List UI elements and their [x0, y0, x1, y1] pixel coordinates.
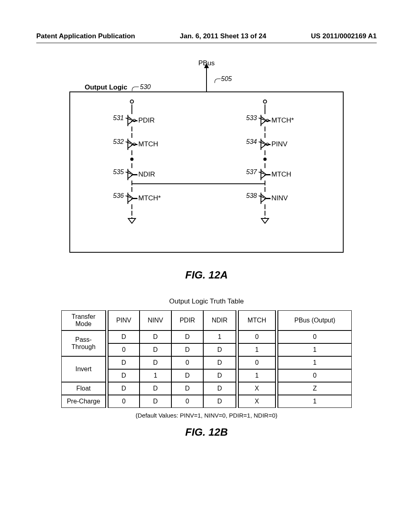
- gnd-icon: [261, 217, 269, 224]
- ref-label: 531: [113, 114, 124, 122]
- defaults-note: (Default Values: PINV=1, NINV=0, PDIR=1,…: [36, 412, 377, 419]
- ref-label: 532: [113, 138, 124, 145]
- wire: [131, 104, 132, 109]
- signal-label: NDIR: [138, 170, 155, 179]
- node-dot-icon: [263, 158, 267, 161]
- signal-label: MTCH*: [271, 116, 294, 125]
- signal-label: MTCH: [271, 170, 291, 179]
- value-cell: Z: [278, 382, 352, 395]
- col-header: PDIR: [171, 310, 203, 330]
- ref-label: 535: [113, 168, 124, 176]
- signal-label: MTCH: [138, 140, 158, 148]
- signal-label: PDIR: [138, 116, 155, 125]
- value-cell: D: [203, 356, 236, 369]
- signal-label: PINV: [271, 140, 288, 148]
- vdd-node-icon: [130, 100, 134, 104]
- value-cell: D: [140, 343, 171, 356]
- wire: [131, 211, 132, 216]
- value-cell: X: [238, 395, 275, 408]
- col-header: Transfer Mode: [61, 310, 106, 330]
- value-cell: 0: [108, 395, 140, 408]
- mode-cell: Invert: [61, 356, 106, 382]
- transistor-531: 531 PDIR: [98, 109, 166, 131]
- node-dot-icon: [130, 158, 133, 161]
- pbus-wire: [206, 67, 207, 91]
- header-right: US 2011/0002169 A1: [311, 32, 377, 40]
- value-cell: 1: [278, 395, 352, 408]
- col-header: PBus (Output): [278, 310, 352, 330]
- col-header: NINV: [140, 310, 171, 330]
- value-cell: 0: [278, 369, 352, 382]
- transistor-533: 533 MTCH*: [231, 109, 299, 131]
- header-center: Jan. 6, 2011 Sheet 13 of 24: [180, 32, 267, 40]
- right-transistor-stack: 533 MTCH* 534 PINV 537 MTCH 538 NINV: [231, 100, 299, 224]
- value-cell: 0: [171, 395, 203, 408]
- signal-label: MTCH*: [138, 194, 161, 202]
- truth-table: Transfer Mode PINV NINV PDIR NDIR MTCH P…: [61, 310, 352, 408]
- value-cell: D: [108, 330, 140, 343]
- value-cell: D: [203, 395, 236, 408]
- value-cell: D: [171, 382, 203, 395]
- figure-caption-a: FIG. 12A: [36, 269, 377, 281]
- transistor-532: 532 MTCH: [98, 133, 166, 155]
- value-cell: D: [108, 356, 140, 369]
- value-cell: 1: [278, 343, 352, 356]
- mode-cell: Pre-Charge: [61, 395, 106, 408]
- signal-label: NINV: [271, 194, 288, 202]
- value-cell: D: [171, 369, 203, 382]
- wire: [265, 104, 265, 109]
- value-cell: D: [203, 382, 236, 395]
- ref-label: 538: [246, 192, 257, 200]
- transistor-538: 538 NINV: [231, 187, 299, 209]
- header-left: Patent Application Publication: [36, 32, 135, 40]
- value-cell: D: [140, 330, 171, 343]
- mode-cell: Float: [61, 382, 106, 395]
- value-cell: 0: [171, 356, 203, 369]
- circuit-diagram: PBus 505 Output Logic 530 531 PDIR 532 M…: [61, 67, 352, 261]
- table-row: FloatDDDDXZ: [61, 382, 352, 395]
- table-title: Output Logic Truth Table: [36, 297, 377, 305]
- table-row: Pass-ThroughDDD100: [61, 330, 352, 343]
- value-cell: 1: [238, 343, 275, 356]
- ref-505: 505: [221, 75, 232, 83]
- vdd-node-icon: [263, 100, 267, 104]
- block-title: Output Logic: [85, 83, 127, 91]
- value-cell: 1: [203, 330, 236, 343]
- table-row: Pre-Charge0D0DX1: [61, 395, 352, 408]
- transistor-537: 537 MTCH: [231, 163, 299, 185]
- table-header-row: Transfer Mode PINV NINV PDIR NDIR MTCH P…: [61, 310, 352, 330]
- value-cell: X: [238, 382, 275, 395]
- value-cell: D: [140, 395, 171, 408]
- value-cell: D: [171, 330, 203, 343]
- ref-label: 534: [246, 138, 257, 145]
- value-cell: D: [171, 343, 203, 356]
- value-cell: 0: [238, 330, 275, 343]
- transistor-534: 534 PINV: [231, 133, 299, 155]
- page-header: Patent Application Publication Jan. 6, 2…: [36, 32, 377, 43]
- value-cell: D: [140, 382, 171, 395]
- value-cell: 0: [278, 330, 352, 343]
- value-cell: 1: [140, 369, 171, 382]
- ref-530: 530: [140, 83, 151, 91]
- value-cell: 0: [238, 356, 275, 369]
- left-transistor-stack: 531 PDIR 532 MTCH 535 NDIR 536 MTCH*: [98, 100, 166, 224]
- col-header: PINV: [108, 310, 140, 330]
- col-header: MTCH: [238, 310, 275, 330]
- transistor-535: 535 NDIR: [98, 163, 166, 185]
- ref-label: 536: [113, 192, 124, 200]
- value-cell: D: [108, 369, 140, 382]
- figure-caption-b: FIG. 12B: [36, 426, 377, 438]
- wire: [265, 211, 265, 216]
- value-cell: 0: [108, 343, 140, 356]
- value-cell: D: [108, 382, 140, 395]
- gnd-icon: [127, 217, 136, 224]
- value-cell: D: [203, 369, 236, 382]
- table-row: InvertDD0D01: [61, 356, 352, 369]
- ref-label: 533: [246, 114, 257, 122]
- value-cell: 1: [238, 369, 275, 382]
- transistor-536: 536 MTCH*: [98, 187, 166, 209]
- value-cell: D: [140, 356, 171, 369]
- value-cell: D: [203, 343, 236, 356]
- value-cell: 1: [278, 356, 352, 369]
- col-header: NDIR: [203, 310, 236, 330]
